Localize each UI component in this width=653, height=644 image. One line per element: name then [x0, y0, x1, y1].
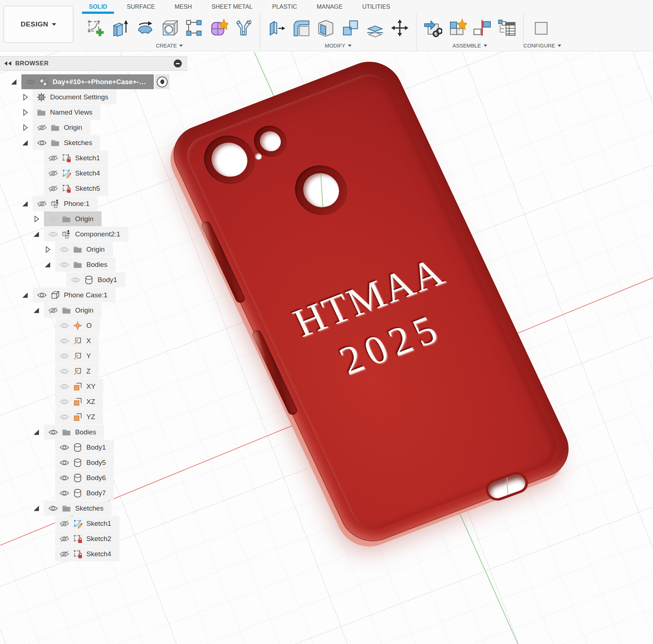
tree-row-phone-case-1[interactable]: Phone Case:1: [0, 288, 188, 302]
tree-node[interactable]: Body6: [55, 470, 114, 485]
visibility-eye-icon-off[interactable]: [59, 535, 70, 542]
visibility-eye-icon-on[interactable]: [25, 78, 36, 86]
visibility-eye-icon-dim[interactable]: [59, 368, 70, 375]
group-label-configure[interactable]: CONFIGURE: [523, 43, 561, 49]
move-icon[interactable]: [389, 16, 410, 40]
tree-row-body7[interactable]: Body7: [0, 486, 188, 500]
tree-row-day-10-phone-case-[interactable]: Day+#10+-+Phone+Case+-…: [0, 74, 188, 89]
hole-icon[interactable]: [159, 16, 180, 40]
visibility-eye-icon-on[interactable]: [36, 139, 47, 146]
fillet-icon[interactable]: [291, 16, 312, 40]
tree-row-body5[interactable]: Body5: [0, 455, 188, 470]
tree-row-sketch2[interactable]: Sketch2: [0, 531, 188, 546]
tree-node[interactable]: Sketch5: [44, 181, 108, 196]
generative-part-icon[interactable]: [233, 16, 254, 40]
tree-row-y[interactable]: Y: [0, 348, 188, 363]
tab-solid[interactable]: SOLID: [79, 0, 117, 13]
activate-component-radio[interactable]: [155, 74, 169, 89]
tree-node[interactable]: XZ: [55, 394, 103, 409]
tree-node[interactable]: Phone:1: [33, 196, 98, 211]
tree-row-bodies[interactable]: Bodies: [0, 425, 188, 439]
combine-icon[interactable]: [340, 16, 361, 40]
tree-node[interactable]: Body5: [55, 455, 114, 470]
tree-node[interactable]: Named Views: [33, 105, 100, 120]
visibility-eye-icon-on[interactable]: [59, 444, 70, 451]
tree-node[interactable]: Component2:1: [44, 227, 128, 242]
collapsed-triangle-icon[interactable]: [32, 215, 41, 223]
visibility-eye-icon-on[interactable]: [59, 490, 70, 497]
tree-node[interactable]: Origin: [33, 120, 90, 135]
expanded-triangle-icon[interactable]: [32, 504, 41, 513]
tree-row-body1[interactable]: Body1: [0, 440, 188, 455]
visibility-eye-icon-dim[interactable]: [59, 398, 70, 405]
tab-plastic[interactable]: PLASTIC: [262, 0, 307, 13]
tree-node[interactable]: Day+#10+-+Phone+Case+-…: [21, 74, 154, 89]
tree-row-xz[interactable]: XZ: [0, 394, 188, 409]
tree-row-origin[interactable]: Origin: [0, 120, 188, 135]
create-sketch-icon[interactable]: [85, 16, 106, 40]
visibility-eye-icon-off[interactable]: [48, 307, 58, 314]
tree-row-z[interactable]: Z: [0, 364, 188, 379]
extrude-icon[interactable]: [110, 16, 131, 40]
shell-icon[interactable]: [315, 16, 336, 40]
expanded-triangle-icon[interactable]: [9, 78, 18, 86]
tree-row-xy[interactable]: XY: [0, 379, 188, 394]
tab-mesh[interactable]: MESH: [165, 0, 202, 13]
visibility-eye-icon-off[interactable]: [48, 170, 58, 177]
tree-node[interactable]: Origin: [55, 242, 113, 257]
tree-row-sketches[interactable]: Sketches: [0, 501, 188, 516]
tree-row-named-views[interactable]: Named Views: [0, 105, 188, 120]
tree-row-origin[interactable]: Origin: [0, 303, 188, 318]
expanded-triangle-icon[interactable]: [43, 260, 52, 269]
expanded-triangle-icon[interactable]: [32, 428, 41, 437]
expanded-triangle-icon[interactable]: [21, 199, 29, 208]
expanded-triangle-icon[interactable]: [32, 306, 41, 315]
workspace-selector[interactable]: DESIGN: [4, 6, 73, 43]
visibility-eye-icon-on[interactable]: [36, 292, 47, 299]
new-component-icon[interactable]: [447, 16, 468, 40]
tree-row-body6[interactable]: Body6: [0, 470, 188, 485]
tree-row-origin[interactable]: Origin: [0, 211, 188, 226]
tree-node[interactable]: Bodies: [55, 257, 115, 272]
visibility-eye-icon-off[interactable]: [48, 185, 58, 192]
split-body-icon[interactable]: [365, 16, 386, 40]
visibility-eye-icon-off[interactable]: [59, 550, 70, 558]
collapsed-triangle-icon[interactable]: [21, 108, 29, 117]
tree-node[interactable]: Phone Case:1: [33, 288, 115, 302]
insert-derive-icon[interactable]: [422, 16, 443, 40]
group-label-assemble[interactable]: ASSEMBLE: [452, 43, 487, 49]
tree-node[interactable]: Body1: [55, 440, 114, 455]
revolve-icon[interactable]: [134, 16, 155, 40]
visibility-eye-icon-on[interactable]: [48, 429, 58, 436]
tree-row-bodies[interactable]: Bodies: [0, 257, 188, 272]
create-form-icon[interactable]: [208, 16, 229, 40]
collapsed-triangle-icon[interactable]: [21, 93, 29, 102]
tab-utilities[interactable]: UTILITIES: [352, 0, 400, 13]
tree-node[interactable]: Origin: [44, 211, 102, 226]
tree-node[interactable]: Document Settings: [33, 90, 116, 104]
remove-panel-icon[interactable]: [174, 59, 182, 67]
visibility-eye-icon-dim[interactable]: [59, 261, 70, 268]
visibility-eye-icon-dim[interactable]: [48, 215, 58, 223]
expanded-triangle-icon[interactable]: [21, 291, 29, 300]
visibility-eye-icon-dim[interactable]: [59, 352, 70, 360]
tree-node[interactable]: Sketch2: [55, 531, 119, 546]
tree-row-origin[interactable]: Origin: [0, 242, 188, 257]
tree-node[interactable]: Y: [55, 348, 99, 363]
tree-node[interactable]: Bodies: [44, 425, 104, 439]
visibility-eye-icon-dim[interactable]: [59, 337, 70, 344]
tree-row-sketch5[interactable]: Sketch5: [0, 181, 188, 196]
expanded-triangle-icon[interactable]: [32, 230, 41, 239]
tree-node[interactable]: X: [55, 333, 99, 348]
tree-node[interactable]: Sketches: [44, 501, 111, 516]
tree-node[interactable]: Sketch4: [44, 166, 108, 181]
tree-row-sketch4[interactable]: Sketch4: [0, 166, 188, 181]
collapse-panel-icon[interactable]: [4, 61, 12, 68]
tree-row-yz[interactable]: YZ: [0, 409, 188, 424]
tree-row-body1[interactable]: Body1: [0, 272, 188, 287]
visibility-eye-icon-on[interactable]: [48, 505, 58, 512]
tab-manage[interactable]: MANAGE: [307, 0, 353, 13]
visibility-eye-icon-off[interactable]: [36, 124, 47, 131]
tree-node[interactable]: Sketches: [33, 135, 100, 150]
tree-node[interactable]: Sketch1: [44, 150, 108, 165]
